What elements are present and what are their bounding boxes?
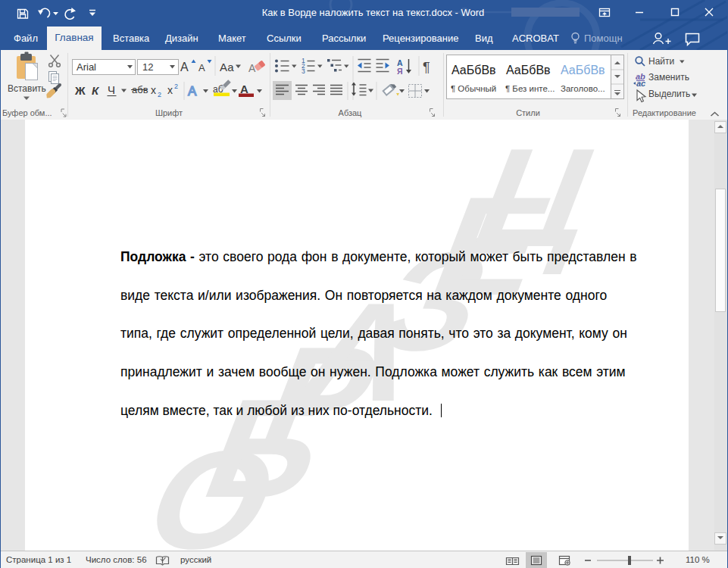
svg-text:А: А (248, 62, 256, 74)
svg-text:К: К (92, 84, 100, 97)
svg-text:А: А (240, 83, 248, 95)
svg-text:ac: ac (636, 79, 645, 88)
svg-text:х: х (167, 84, 173, 96)
svg-text:Ж: Ж (74, 84, 86, 97)
svg-text:х: х (151, 84, 156, 96)
svg-text:2: 2 (174, 83, 178, 90)
svg-text:Ч: Ч (108, 83, 115, 96)
svg-text:А: А (198, 62, 205, 73)
svg-text:Я: Я (397, 67, 403, 76)
svg-text:2: 2 (158, 91, 161, 98)
svg-text:А: А (180, 61, 189, 73)
svg-text:А: А (188, 84, 197, 98)
svg-text:¶: ¶ (423, 60, 430, 75)
svg-text:Аа: Аа (220, 61, 234, 73)
svg-text:3: 3 (302, 67, 305, 75)
